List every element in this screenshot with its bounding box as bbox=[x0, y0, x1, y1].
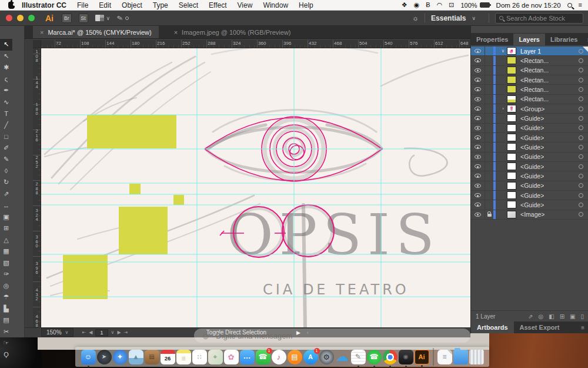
menu-item[interactable]: Object bbox=[122, 1, 142, 9]
layer-name[interactable]: <Guide> bbox=[520, 173, 544, 180]
visibility-toggle[interactable] bbox=[471, 114, 485, 122]
launchpad[interactable]: ➤ bbox=[97, 350, 112, 364]
yellow-rectangle[interactable] bbox=[173, 195, 184, 205]
hand-tool[interactable]: ☞ bbox=[0, 337, 12, 349]
layer-row[interactable]: ∨ Layer 1 bbox=[471, 47, 588, 56]
menu-item[interactable]: Select bbox=[179, 1, 198, 9]
layer-row[interactable]: › <Group> bbox=[471, 104, 588, 114]
rectangle-tool[interactable]: □ bbox=[0, 131, 12, 142]
layer-name[interactable]: <Image> bbox=[520, 211, 544, 218]
mesh-tool[interactable]: ▦ bbox=[0, 246, 12, 257]
delete-layer-icon[interactable]: ▯ bbox=[580, 313, 584, 320]
artboard-tool[interactable]: ▤ bbox=[0, 314, 12, 326]
target-circle[interactable] bbox=[579, 97, 583, 101]
menu-item[interactable]: File bbox=[77, 1, 88, 9]
target-circle[interactable] bbox=[579, 154, 583, 159]
target-circle[interactable] bbox=[579, 193, 583, 198]
menu-item[interactable]: Window bbox=[263, 1, 288, 9]
layer-row[interactable]: <Guide> bbox=[471, 152, 588, 162]
layer-name[interactable]: Layer 1 bbox=[520, 48, 541, 55]
maps[interactable]: ⌖ bbox=[208, 350, 223, 364]
contacts[interactable]: ▤ bbox=[145, 350, 159, 364]
layer-name[interactable]: <Guide> bbox=[520, 192, 544, 199]
layer-name[interactable]: <Rectan... bbox=[520, 86, 549, 93]
yellow-rectangle[interactable] bbox=[129, 184, 141, 194]
target-circle[interactable] bbox=[579, 68, 583, 72]
disclosure-icon[interactable]: › bbox=[499, 106, 507, 111]
visibility-toggle[interactable] bbox=[471, 191, 485, 200]
target-circle[interactable] bbox=[579, 58, 583, 63]
facetime[interactable]: ☎ 1 bbox=[256, 350, 270, 364]
tab-artboards[interactable]: Artboards bbox=[471, 321, 514, 333]
layer-name[interactable]: <Guide> bbox=[520, 134, 544, 141]
zoom-window-button[interactable] bbox=[28, 15, 35, 21]
stock-search-input[interactable]: Search Adobe Stock bbox=[495, 13, 583, 24]
collect-export-icon[interactable]: ⇗ bbox=[528, 313, 533, 320]
visibility-toggle[interactable] bbox=[471, 210, 485, 219]
target-circle[interactable] bbox=[579, 183, 583, 188]
visibility-toggle[interactable] bbox=[471, 66, 485, 75]
target-circle[interactable] bbox=[579, 125, 583, 130]
messages[interactable]: … bbox=[240, 350, 255, 364]
width-tool[interactable]: ↔ bbox=[0, 200, 12, 211]
layer-row[interactable]: <Image> bbox=[471, 210, 588, 220]
system-preferences[interactable]: ⚙ bbox=[319, 350, 334, 364]
next-artboard-button[interactable]: ▶ bbox=[117, 330, 121, 335]
make-mask-icon[interactable]: ◧ bbox=[549, 313, 554, 320]
tab-properties[interactable]: Properties bbox=[471, 34, 513, 45]
layer-name[interactable]: <Guide> bbox=[520, 163, 544, 170]
column-graph-tool[interactable]: ▙ bbox=[0, 303, 12, 315]
apple-menu-icon[interactable] bbox=[8, 2, 15, 9]
locate-object-icon[interactable]: ◎ bbox=[538, 313, 543, 320]
close-window-button[interactable] bbox=[6, 15, 12, 21]
finder[interactable]: ☺ bbox=[81, 350, 96, 364]
new-sublayer-icon[interactable]: ⊞ bbox=[560, 313, 564, 320]
menu-item[interactable]: Illustrator CC bbox=[22, 1, 66, 9]
symbol-sprayer-tool[interactable]: ☂ bbox=[0, 291, 12, 303]
minimize-window-button[interactable] bbox=[17, 15, 24, 21]
target-circle[interactable] bbox=[579, 145, 583, 150]
visibility-toggle[interactable] bbox=[471, 47, 485, 55]
vertical-ruler[interactable]: 108144180216252288324360396432468 bbox=[33, 48, 41, 327]
layer-row[interactable]: <Guide> bbox=[471, 133, 588, 142]
slice-tool[interactable]: ✂ bbox=[0, 326, 12, 338]
zoom-level-select[interactable]: 150% ∨ bbox=[41, 328, 74, 337]
curvature-tool[interactable]: ∿ bbox=[0, 97, 12, 108]
layer-row[interactable]: <Guide> bbox=[471, 124, 588, 133]
layer-thumbnail[interactable] bbox=[507, 85, 516, 93]
menu-item[interactable]: Effect bbox=[209, 1, 226, 9]
layer-name[interactable]: <Rectan... bbox=[520, 95, 549, 102]
notification-center-icon[interactable]: ≡ bbox=[579, 2, 582, 8]
lasso-tool[interactable]: ς bbox=[0, 74, 12, 85]
visibility-toggle[interactable] bbox=[471, 200, 485, 209]
artwork-svg[interactable]: OPSISCIA DE TEATRO bbox=[41, 48, 470, 327]
document-tab[interactable]: × Marca.ai* @ 150% (CMYK/Preview) bbox=[33, 26, 159, 38]
visibility-toggle[interactable] bbox=[471, 142, 485, 151]
layer-row[interactable]: <Guide> bbox=[471, 181, 588, 191]
layer-thumbnail[interactable] bbox=[507, 124, 516, 132]
target-circle[interactable] bbox=[579, 107, 583, 111]
target-circle[interactable] bbox=[579, 203, 583, 207]
trash[interactable] bbox=[469, 350, 484, 364]
yellow-rectangle[interactable] bbox=[87, 115, 176, 148]
whatsapp-message-input-ghost[interactable]: ☺ Digite uma mensagem bbox=[194, 329, 470, 343]
itunes[interactable]: ♪ bbox=[272, 350, 286, 364]
layer-thumbnail[interactable] bbox=[507, 182, 516, 190]
visibility-toggle[interactable] bbox=[471, 181, 485, 190]
camera-app[interactable]: ◉ bbox=[399, 350, 413, 364]
prev-artboard-button[interactable]: ◀ bbox=[89, 330, 92, 335]
yellow-rectangle[interactable] bbox=[63, 255, 108, 299]
layer-row[interactable]: <Guide> bbox=[471, 171, 588, 181]
safari[interactable]: ✦ bbox=[113, 350, 128, 364]
onedrive-cloud[interactable]: ☁ bbox=[335, 350, 350, 364]
go-to-stock-button[interactable]: St bbox=[79, 14, 88, 23]
type-tool[interactable]: T bbox=[0, 108, 12, 120]
blend-tool[interactable]: ◎ bbox=[0, 280, 12, 292]
bottom-panel-menu-icon[interactable]: ≡ bbox=[577, 324, 588, 333]
layer-row[interactable]: <Rectan... bbox=[471, 66, 588, 75]
first-artboard-button[interactable]: ⇤ bbox=[82, 330, 86, 335]
layer-thumbnail[interactable] bbox=[507, 67, 516, 74]
layer-thumbnail[interactable] bbox=[507, 57, 516, 64]
layer-name[interactable]: <Rectan... bbox=[520, 67, 549, 74]
spotlight-icon[interactable] bbox=[567, 3, 572, 8]
